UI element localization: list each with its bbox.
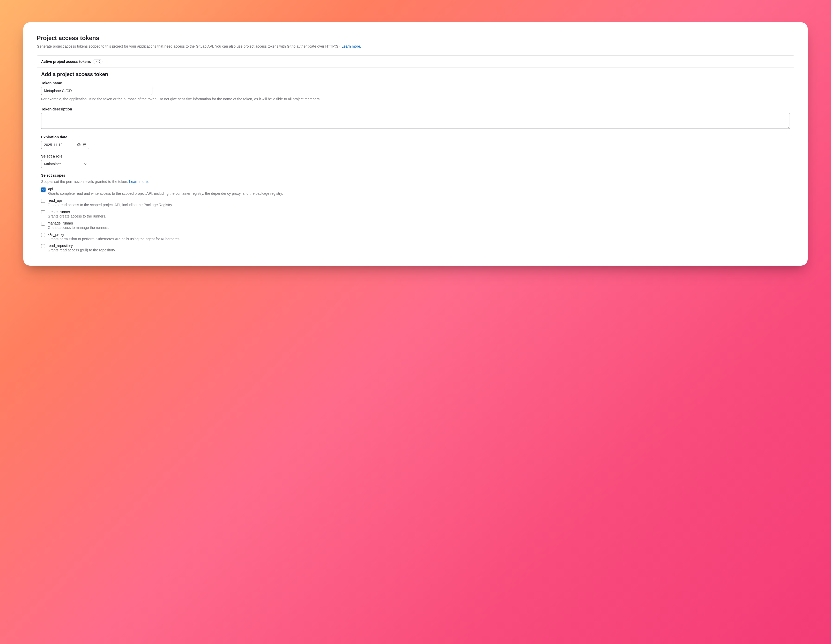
token-description-label: Token description: [41, 107, 790, 111]
clear-date-icon[interactable]: [76, 143, 81, 147]
scope-desc: Grants read access to the scoped project…: [48, 202, 173, 208]
scope-api-checkbox[interactable]: [41, 188, 46, 192]
role-select[interactable]: Maintainer: [41, 160, 89, 168]
scope-label: create_runner: [48, 210, 106, 214]
role-label: Select a role: [41, 154, 790, 158]
scope-read-repository: read_repository Grants read access (pull…: [41, 243, 790, 253]
calendar-icon[interactable]: [82, 143, 87, 147]
scope-manage-runner-checkbox[interactable]: [41, 222, 45, 226]
scopes-list: api Grants complete read and write acces…: [41, 187, 790, 253]
scope-label: read_repository: [48, 243, 116, 248]
key-icon: [94, 60, 97, 63]
scope-read-api: read_api Grants read access to the scope…: [41, 198, 790, 208]
scopes-learn-more-link[interactable]: Learn more.: [129, 180, 148, 184]
scopes-help: Scopes set the permission levels granted…: [41, 179, 790, 184]
page-subtitle: Generate project access tokens scoped to…: [37, 44, 794, 49]
add-token-form: Add a project access token Token name Fo…: [37, 68, 794, 253]
token-description-input[interactable]: [41, 113, 790, 129]
scope-desc: Grants read access (pull) to the reposit…: [48, 248, 116, 253]
active-tokens-count-badge: 0: [93, 59, 102, 64]
settings-card: Project access tokens Generate project a…: [23, 22, 808, 266]
scope-api: api Grants complete read and write acces…: [41, 187, 790, 196]
scope-desc: Grants access to manage the runners.: [48, 225, 109, 231]
scope-desc: Grants complete read and write access to…: [48, 191, 283, 196]
active-tokens-title: Active project access tokens: [41, 59, 91, 64]
expiration-field: [41, 141, 89, 149]
svg-rect-2: [83, 144, 86, 146]
svg-point-0: [95, 61, 96, 62]
form-heading: Add a project access token: [41, 72, 790, 77]
scope-label: read_api: [48, 198, 173, 202]
token-name-input[interactable]: [41, 87, 152, 95]
learn-more-link[interactable]: Learn more.: [342, 44, 361, 48]
scope-label: api: [48, 187, 283, 191]
token-name-label: Token name: [41, 81, 790, 85]
scope-label: manage_runner: [48, 221, 109, 225]
expiration-input[interactable]: [41, 141, 76, 149]
scope-read-api-checkbox[interactable]: [41, 199, 45, 203]
scope-manage-runner: manage_runner Grants access to manage th…: [41, 221, 790, 231]
tokens-panel: Active project access tokens 0 Add a pro…: [37, 56, 794, 255]
page-title: Project access tokens: [37, 35, 794, 41]
scopes-help-text: Scopes set the permission levels granted…: [41, 180, 129, 184]
subtitle-text: Generate project access tokens scoped to…: [37, 44, 342, 48]
scopes-label: Select scopes: [41, 173, 790, 177]
scope-create-runner: create_runner Grants create access to th…: [41, 210, 790, 219]
token-name-help: For example, the application using the t…: [41, 97, 790, 102]
active-count: 0: [99, 60, 100, 64]
scope-read-repository-checkbox[interactable]: [41, 244, 45, 248]
scope-desc: Grants create access to the runners.: [48, 214, 106, 219]
scope-k8s-proxy: k8s_proxy Grants permission to perform K…: [41, 232, 790, 242]
expiration-label: Expiration date: [41, 135, 790, 139]
active-tokens-header[interactable]: Active project access tokens 0: [37, 56, 794, 68]
scope-k8s-proxy-checkbox[interactable]: [41, 233, 45, 237]
scope-label: k8s_proxy: [48, 232, 181, 237]
scope-desc: Grants permission to perform Kubernetes …: [48, 237, 181, 242]
scope-create-runner-checkbox[interactable]: [41, 210, 45, 214]
